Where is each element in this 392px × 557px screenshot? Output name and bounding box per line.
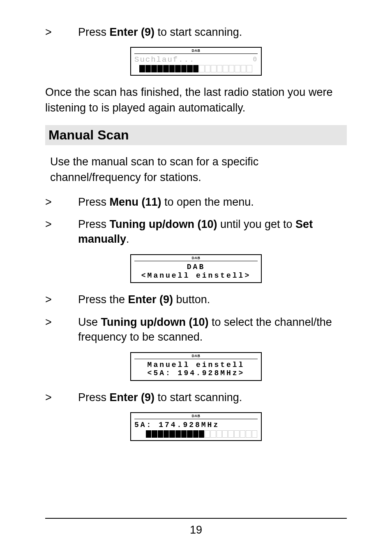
text-part: Use (78, 316, 101, 328)
bullet-chevron: > (45, 25, 78, 39)
step-press-enter-start: > Press Enter (9) to start scanning. (45, 25, 347, 39)
lcd-line-2: <5A: 194.928MHz> (134, 369, 258, 378)
paragraph-manual-scan-desc: Use the manual scan to scan for a specif… (45, 154, 347, 186)
lcd-display-scan: DAB Suchlauf... 0 (45, 47, 347, 76)
page-footer: 19 (45, 518, 347, 536)
tuning-button-ref: Tuning up/down (10) (110, 218, 217, 230)
menu-button-ref: Menu (11) (110, 196, 161, 208)
dab-label: DAB (191, 256, 202, 260)
heading-manual-scan: Manual Scan (48, 128, 344, 143)
lcd-display-manual-menu: DAB DAB <Manuell einstell> (45, 254, 347, 283)
step-tuning-select-channel: > Use Tuning up/down (10) to select the … (45, 315, 347, 345)
text-part: Press (78, 391, 110, 404)
text-part: Press the (78, 293, 128, 306)
lcd-line-2: <Manuell einstell> (134, 272, 258, 280)
lcd-progress-bar (134, 65, 258, 72)
heading-bar: Manual Scan (45, 125, 347, 145)
text-part: to open the menu. (161, 196, 254, 208)
dab-label: DAB (191, 49, 202, 53)
enter-button-ref: Enter (9) (110, 391, 155, 404)
bullet-chevron: > (45, 217, 78, 232)
paragraph-scan-finished: Once the scan has finished, the last rad… (45, 85, 347, 116)
lcd-frame: DAB DAB <Manuell einstell> (130, 254, 262, 283)
step-text: Press the Enter (9) button. (78, 292, 347, 307)
bullet-chevron: > (45, 292, 78, 307)
step-text: Use Tuning up/down (10) to select the ch… (78, 315, 347, 345)
lcd-progress-bar (134, 430, 258, 438)
text-part: to start scanning. (154, 26, 242, 38)
step-text: Press Tuning up/down (10) until you get … (78, 217, 347, 247)
lcd-display-scan-running: DAB 5A: 174.928MHz (45, 412, 347, 441)
footer-rule (45, 518, 347, 519)
bullet-chevron: > (45, 315, 78, 330)
lcd-top-bar: DAB (134, 256, 258, 261)
text-part: to start scanning. (154, 391, 242, 404)
lcd-frame: DAB Suchlauf... 0 (130, 47, 262, 76)
step-text: Press Enter (9) to start scanning. (78, 25, 347, 39)
text-part: button. (173, 293, 210, 306)
lcd-top-bar: DAB (134, 49, 258, 54)
lcd-line-1: Suchlauf... 0 (134, 56, 258, 64)
step-text: Press Menu (11) to open the menu. (78, 195, 347, 209)
text-part: . (126, 233, 129, 245)
lcd-text: Suchlauf... (134, 56, 195, 64)
step-press-menu: > Press Menu (11) to open the menu. (45, 195, 347, 209)
lcd-display-frequency-select: DAB Manuell einstell <5A: 194.928MHz> (45, 352, 347, 381)
step-tuning-set-manually: > Press Tuning up/down (10) until you ge… (45, 217, 347, 247)
text-part: until you get to (217, 218, 295, 230)
step-press-enter-button: > Press the Enter (9) button. (45, 292, 347, 307)
lcd-frame: DAB 5A: 174.928MHz (130, 412, 262, 441)
dab-label: DAB (191, 414, 202, 418)
lcd-top-bar: DAB (134, 414, 258, 419)
lcd-line-1: 5A: 174.928MHz (134, 421, 258, 429)
lcd-line-1: DAB (134, 263, 258, 272)
text-part: Press (78, 218, 110, 230)
page-number: 19 (190, 524, 202, 536)
text-part: Press (78, 196, 110, 208)
step-text: Press Enter (9) to start scanning. (78, 390, 347, 405)
text-part: Press (78, 26, 110, 38)
dab-label: DAB (191, 354, 202, 358)
bullet-chevron: > (45, 195, 78, 209)
lcd-line-1: Manuell einstell (134, 361, 258, 369)
lcd-count: 0 (253, 56, 258, 64)
enter-button-ref: Enter (9) (110, 26, 155, 38)
lcd-frame: DAB Manuell einstell <5A: 194.928MHz> (130, 352, 262, 381)
bullet-chevron: > (45, 390, 78, 405)
tuning-button-ref: Tuning up/down (10) (101, 316, 209, 328)
enter-button-ref: Enter (9) (128, 293, 173, 306)
step-press-enter-scan: > Press Enter (9) to start scanning. (45, 390, 347, 405)
lcd-top-bar: DAB (134, 354, 258, 359)
